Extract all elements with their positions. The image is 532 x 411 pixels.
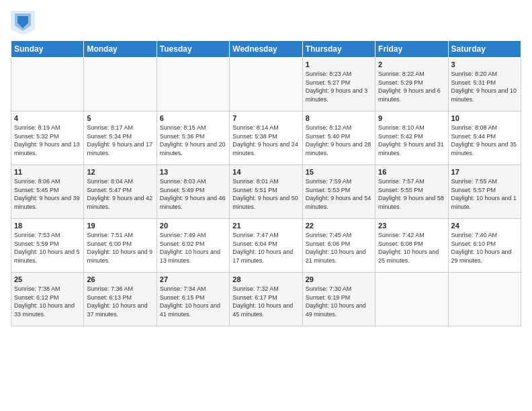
- calendar-cell: 29Sunrise: 7:30 AM Sunset: 6:19 PM Dayli…: [302, 273, 375, 326]
- calendar-cell: 2Sunrise: 8:22 AM Sunset: 5:29 PM Daylig…: [375, 58, 448, 111]
- week-row-1: 4Sunrise: 8:19 AM Sunset: 5:32 PM Daylig…: [11, 111, 521, 165]
- day-number: 25: [14, 275, 81, 283]
- calendar-cell: 5Sunrise: 8:17 AM Sunset: 5:34 PM Daylig…: [84, 111, 157, 165]
- calendar-cell: 8Sunrise: 8:12 AM Sunset: 5:40 PM Daylig…: [302, 111, 375, 165]
- calendar-cell: 15Sunrise: 7:59 AM Sunset: 5:53 PM Dayli…: [302, 165, 375, 219]
- calendar-cell: 14Sunrise: 8:01 AM Sunset: 5:51 PM Dayli…: [230, 165, 302, 219]
- calendar-cell: 1Sunrise: 8:23 AM Sunset: 5:27 PM Daylig…: [302, 58, 375, 111]
- calendar-cell: 17Sunrise: 7:55 AM Sunset: 5:57 PM Dayli…: [448, 165, 521, 219]
- calendar-cell: [157, 58, 229, 111]
- calendar-cell: 20Sunrise: 7:49 AM Sunset: 6:02 PM Dayli…: [157, 219, 229, 273]
- calendar-cell: 3Sunrise: 8:20 AM Sunset: 5:31 PM Daylig…: [448, 58, 521, 111]
- day-info: Sunrise: 7:53 AM Sunset: 5:59 PM Dayligh…: [14, 231, 81, 265]
- calendar-cell: 28Sunrise: 7:32 AM Sunset: 6:17 PM Dayli…: [230, 273, 302, 326]
- calendar-cell: 26Sunrise: 7:36 AM Sunset: 6:13 PM Dayli…: [84, 273, 157, 326]
- day-number: 28: [232, 275, 299, 283]
- day-number: 22: [306, 222, 372, 230]
- weekday-wednesday: Wednesday: [230, 41, 302, 58]
- calendar-cell: 23Sunrise: 7:42 AM Sunset: 6:08 PM Dayli…: [375, 219, 448, 273]
- calendar-cell: 24Sunrise: 7:40 AM Sunset: 6:10 PM Dayli…: [448, 219, 521, 273]
- weekday-header-row: SundayMondayTuesdayWednesdayThursdayFrid…: [11, 41, 521, 58]
- calendar-cell: [448, 273, 521, 326]
- day-info: Sunrise: 7:40 AM Sunset: 6:10 PM Dayligh…: [451, 231, 518, 265]
- day-info: Sunrise: 7:38 AM Sunset: 6:12 PM Dayligh…: [14, 285, 81, 318]
- weekday-monday: Monday: [84, 41, 157, 58]
- calendar-cell: [375, 273, 448, 326]
- day-number: 9: [378, 114, 445, 122]
- calendar-table: SundayMondayTuesdayWednesdayThursdayFrid…: [11, 40, 521, 326]
- day-number: 15: [306, 168, 372, 176]
- day-number: 20: [160, 222, 226, 230]
- calendar-cell: [230, 58, 302, 111]
- day-info: Sunrise: 8:10 AM Sunset: 5:42 PM Dayligh…: [378, 124, 445, 157]
- calendar-cell: 21Sunrise: 7:47 AM Sunset: 6:04 PM Dayli…: [230, 219, 302, 273]
- weekday-thursday: Thursday: [302, 41, 375, 58]
- calendar-cell: 11Sunrise: 8:06 AM Sunset: 5:45 PM Dayli…: [11, 165, 84, 219]
- calendar-cell: 10Sunrise: 8:08 AM Sunset: 5:44 PM Dayli…: [448, 111, 521, 165]
- weekday-saturday: Saturday: [448, 41, 521, 58]
- day-info: Sunrise: 7:51 AM Sunset: 6:00 PM Dayligh…: [87, 231, 153, 265]
- calendar-cell: 18Sunrise: 7:53 AM Sunset: 5:59 PM Dayli…: [11, 219, 84, 273]
- day-info: Sunrise: 7:32 AM Sunset: 6:17 PM Dayligh…: [232, 285, 299, 318]
- day-number: 10: [451, 114, 518, 122]
- day-info: Sunrise: 8:19 AM Sunset: 5:32 PM Dayligh…: [14, 124, 81, 157]
- day-info: Sunrise: 7:42 AM Sunset: 6:08 PM Dayligh…: [378, 231, 445, 265]
- weekday-tuesday: Tuesday: [157, 41, 229, 58]
- calendar-cell: 7Sunrise: 8:14 AM Sunset: 5:38 PM Daylig…: [230, 111, 302, 165]
- day-info: Sunrise: 7:57 AM Sunset: 5:55 PM Dayligh…: [378, 177, 445, 211]
- header: [11, 11, 521, 35]
- day-info: Sunrise: 8:20 AM Sunset: 5:31 PM Dayligh…: [451, 70, 518, 103]
- day-number: 18: [14, 222, 81, 230]
- day-number: 8: [306, 114, 372, 122]
- day-number: 19: [87, 222, 153, 230]
- day-number: 17: [451, 168, 518, 176]
- calendar-cell: [11, 58, 84, 111]
- day-number: 1: [306, 60, 372, 68]
- calendar-cell: 6Sunrise: 8:15 AM Sunset: 5:36 PM Daylig…: [157, 111, 229, 165]
- day-number: 11: [14, 168, 81, 176]
- day-number: 2: [378, 60, 445, 68]
- logo-icon: [11, 11, 35, 35]
- day-info: Sunrise: 7:47 AM Sunset: 6:04 PM Dayligh…: [232, 231, 299, 265]
- calendar-cell: 9Sunrise: 8:10 AM Sunset: 5:42 PM Daylig…: [375, 111, 448, 165]
- day-info: Sunrise: 7:36 AM Sunset: 6:13 PM Dayligh…: [87, 285, 153, 318]
- day-number: 26: [87, 275, 153, 283]
- week-row-2: 11Sunrise: 8:06 AM Sunset: 5:45 PM Dayli…: [11, 165, 521, 219]
- day-number: 24: [451, 222, 518, 230]
- day-info: Sunrise: 8:04 AM Sunset: 5:47 PM Dayligh…: [87, 177, 153, 211]
- day-info: Sunrise: 8:01 AM Sunset: 5:51 PM Dayligh…: [232, 177, 299, 211]
- day-number: 12: [87, 168, 153, 176]
- day-info: Sunrise: 8:06 AM Sunset: 5:45 PM Dayligh…: [14, 177, 81, 211]
- day-number: 27: [160, 275, 226, 283]
- calendar-cell: 27Sunrise: 7:34 AM Sunset: 6:15 PM Dayli…: [157, 273, 229, 326]
- calendar-header: SundayMondayTuesdayWednesdayThursdayFrid…: [11, 41, 521, 58]
- calendar-cell: 13Sunrise: 8:03 AM Sunset: 5:49 PM Dayli…: [157, 165, 229, 219]
- calendar-cell: 4Sunrise: 8:19 AM Sunset: 5:32 PM Daylig…: [11, 111, 84, 165]
- day-info: Sunrise: 7:30 AM Sunset: 6:19 PM Dayligh…: [306, 285, 372, 318]
- day-info: Sunrise: 8:03 AM Sunset: 5:49 PM Dayligh…: [160, 177, 226, 211]
- day-info: Sunrise: 8:12 AM Sunset: 5:40 PM Dayligh…: [306, 124, 372, 157]
- day-info: Sunrise: 8:14 AM Sunset: 5:38 PM Dayligh…: [232, 124, 299, 157]
- day-number: 29: [306, 275, 372, 283]
- calendar-body: 1Sunrise: 8:23 AM Sunset: 5:27 PM Daylig…: [11, 58, 521, 326]
- day-number: 6: [160, 114, 226, 122]
- day-info: Sunrise: 8:22 AM Sunset: 5:29 PM Dayligh…: [378, 70, 445, 103]
- day-info: Sunrise: 8:23 AM Sunset: 5:27 PM Dayligh…: [306, 70, 372, 103]
- week-row-4: 25Sunrise: 7:38 AM Sunset: 6:12 PM Dayli…: [11, 273, 521, 326]
- weekday-sunday: Sunday: [11, 41, 84, 58]
- day-number: 21: [232, 222, 299, 230]
- day-info: Sunrise: 7:49 AM Sunset: 6:02 PM Dayligh…: [160, 231, 226, 265]
- day-info: Sunrise: 8:17 AM Sunset: 5:34 PM Dayligh…: [87, 124, 153, 157]
- calendar-cell: 22Sunrise: 7:45 AM Sunset: 6:06 PM Dayli…: [302, 219, 375, 273]
- calendar-cell: 12Sunrise: 8:04 AM Sunset: 5:47 PM Dayli…: [84, 165, 157, 219]
- calendar-cell: 16Sunrise: 7:57 AM Sunset: 5:55 PM Dayli…: [375, 165, 448, 219]
- week-row-0: 1Sunrise: 8:23 AM Sunset: 5:27 PM Daylig…: [11, 58, 521, 111]
- day-info: Sunrise: 8:15 AM Sunset: 5:36 PM Dayligh…: [160, 124, 226, 157]
- day-info: Sunrise: 7:59 AM Sunset: 5:53 PM Dayligh…: [306, 177, 372, 211]
- day-number: 14: [232, 168, 299, 176]
- day-number: 7: [232, 114, 299, 122]
- day-info: Sunrise: 7:45 AM Sunset: 6:06 PM Dayligh…: [306, 231, 372, 265]
- weekday-friday: Friday: [375, 41, 448, 58]
- week-row-3: 18Sunrise: 7:53 AM Sunset: 5:59 PM Dayli…: [11, 219, 521, 273]
- logo: [11, 11, 39, 35]
